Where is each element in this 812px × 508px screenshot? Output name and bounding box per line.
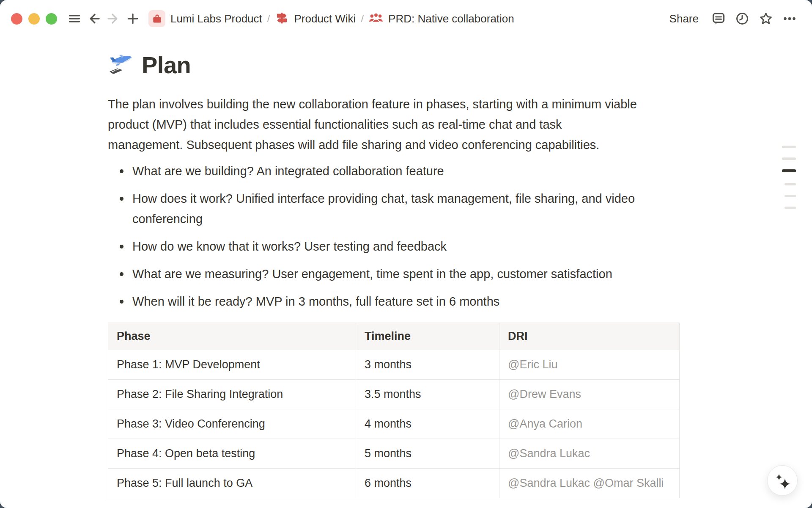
dri-cell[interactable]: @Drew Evans [499,380,680,409]
forward-arrow-icon [106,11,121,26]
list-item[interactable]: How do we know that it works? User testi… [108,236,705,257]
phase-cell[interactable]: Phase 2: File Sharing Integration [108,380,356,409]
breadcrumb-separator: / [361,13,364,25]
outline-minimap [782,146,796,209]
history-clock-icon [735,11,750,26]
outline-bar-active[interactable] [782,169,796,172]
back-arrow-icon [87,11,101,26]
ai-assistant-button[interactable] [767,465,798,496]
column-header-dri[interactable]: DRI [499,323,680,350]
signpost-icon [275,11,289,27]
table-header-row: Phase Timeline DRI [108,323,680,350]
nav-forward-button[interactable] [104,9,123,28]
timeline-cell[interactable]: 3 months [356,350,499,380]
breadcrumb-item-teamspace[interactable]: Lumi Labs Product [148,10,262,27]
outline-bar[interactable] [785,207,796,209]
breadcrumb-item-wiki[interactable]: Product Wiki [275,11,356,27]
updates-history-button[interactable] [732,9,752,28]
dri-cell[interactable]: @Sandra Lukac [499,439,680,469]
column-header-timeline[interactable]: Timeline [356,323,499,350]
breadcrumb-separator: / [267,13,270,25]
window-controls [11,13,57,25]
timeline-cell[interactable]: 3.5 months [356,380,499,409]
people-icon [369,11,383,27]
timeline-cell[interactable]: 4 months [356,409,499,439]
phase-cell[interactable]: Phase 1: MVP Development [108,350,356,380]
phase-cell[interactable]: Phase 4: Open beta testing [108,439,356,469]
dri-cell[interactable]: @Sandra Lukac @Omar Skalli [499,469,680,498]
topbar-actions: Share [664,9,799,29]
page-title: Plan [108,50,705,80]
column-header-phase[interactable]: Phase [108,323,356,350]
breadcrumb-label: Lumi Labs Product [170,12,262,25]
more-options-button[interactable] [780,9,799,28]
table-row: Phase 4: Open beta testing 5 months @San… [108,439,680,469]
question-list: What are we building? An integrated coll… [108,161,705,312]
plus-icon [126,11,140,26]
top-bar: Lumi Labs Product / Product Wiki / [0,0,812,37]
table-row: Phase 2: File Sharing Integration 3.5 mo… [108,380,680,409]
breadcrumb: Lumi Labs Product / Product Wiki / [148,10,514,27]
timeline-cell[interactable]: 6 months [356,469,499,498]
timeline-cell[interactable]: 5 months [356,439,499,469]
list-item[interactable]: How does it work? Unified interface prov… [108,188,705,229]
dri-cell[interactable]: @Eric Liu [499,350,680,380]
table-row: Phase 3: Video Conferencing 4 months @An… [108,409,680,439]
phase-cell[interactable]: Phase 5: Full launch to GA [108,469,356,498]
sparkles-icon [769,467,796,494]
airplane-departure-emoji[interactable] [108,50,135,80]
comment-icon [711,11,726,26]
list-item[interactable]: When will it be ready? MVP in 3 months, … [108,291,705,312]
breadcrumb-item-page[interactable]: PRD: Native collaboration [369,11,514,27]
minimize-window-button[interactable] [28,13,40,25]
briefcase-icon [148,10,165,27]
zoom-window-button[interactable] [46,13,57,25]
close-window-button[interactable] [11,13,22,25]
outline-bar[interactable] [785,183,796,185]
user-mention[interactable]: @Anya Carion [508,417,582,430]
ellipsis-icon [782,11,797,26]
plan-table: Phase Timeline DRI Phase 1: MVP Developm… [108,323,680,498]
page-title-text[interactable]: Plan [142,52,191,78]
outline-bar[interactable] [782,157,796,160]
table-row: Phase 5: Full launch to GA 6 months @San… [108,469,680,498]
table-row: Phase 1: MVP Development 3 months @Eric … [108,350,680,380]
outline-bar[interactable] [782,146,796,148]
share-button[interactable]: Share [664,9,705,29]
breadcrumb-label: PRD: Native collaboration [388,12,514,25]
user-mention[interactable]: @Drew Evans [508,388,581,400]
intro-paragraph[interactable]: The plan involves building the new colla… [108,94,705,155]
outline-bar[interactable] [785,195,796,197]
user-mention[interactable]: @Eric Liu [508,358,557,371]
app-window: Lumi Labs Product / Product Wiki / [0,0,812,508]
list-item[interactable]: What are we measuring? User engagement, … [108,264,705,284]
favorite-button[interactable] [756,9,776,28]
sidebar-toggle-button[interactable] [65,9,84,28]
dri-cell[interactable]: @Anya Carion [499,409,680,439]
breadcrumb-label: Product Wiki [294,12,356,25]
list-item[interactable]: What are we building? An integrated coll… [108,161,705,181]
user-mention[interactable]: @Sandra Lukac [508,447,590,460]
star-icon [758,11,774,26]
hamburger-icon [67,11,82,26]
page-content: Plan The plan involves building the new … [108,50,705,498]
comments-button[interactable] [709,9,728,28]
phase-cell[interactable]: Phase 3: Video Conferencing [108,409,356,439]
nav-back-button[interactable] [84,9,104,28]
new-page-button[interactable] [123,9,143,28]
user-mention[interactable]: @Sandra Lukac @Omar Skalli [508,477,664,489]
